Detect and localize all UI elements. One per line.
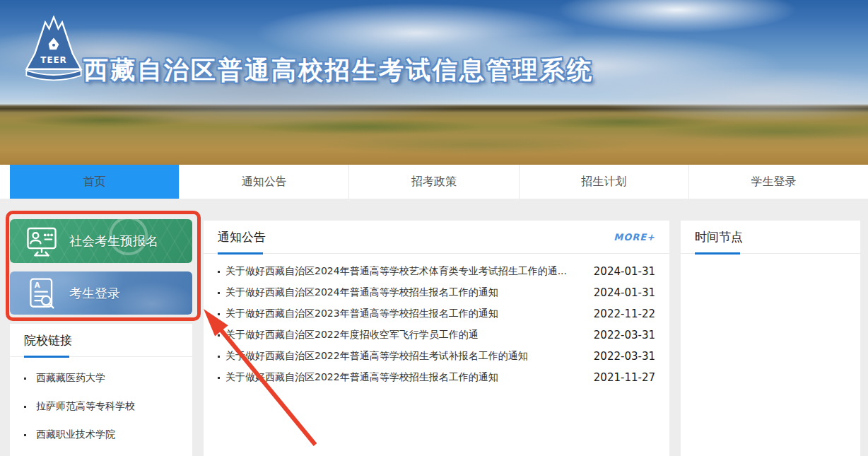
notice-item: 关于做好西藏自治区2023年普通高等学校招生报名工作的通知 2022-11-22 bbox=[215, 303, 655, 325]
header-banner: TEER 西藏自治区普通高校招生考试信息管理系统 bbox=[0, 0, 868, 165]
college-links-list: 西藏藏医药大学 拉萨师范高等专科学校 西藏职业技术学院 西藏大学 bbox=[10, 357, 192, 456]
tab-enrollment-plan[interactable]: 招生计划 bbox=[519, 165, 688, 199]
notice-item: 关于做好西藏自治区2022年普通高等学校招生考试补报名工作的通知 2022-03… bbox=[215, 346, 655, 367]
main-nav: 首页 通知公告 招考政策 招生计划 学生登录 bbox=[0, 165, 868, 199]
notices-header: 通知公告 MORE+ bbox=[204, 221, 669, 254]
annotation-highlight-box bbox=[6, 211, 201, 321]
college-links-panel: 院校链接 西藏藏医药大学 拉萨师范高等专科学校 西藏职业技术学院 西藏大学 bbox=[10, 324, 192, 456]
tab-admission-policy[interactable]: 招考政策 bbox=[348, 165, 518, 199]
notice-item: 关于做好西藏自治区2022年度招收空军飞行学员工作的通 2022-03-31 bbox=[215, 325, 655, 346]
notice-link[interactable]: 关于做好西藏自治区2022年普通高等学校招生报名工作的通知 bbox=[225, 371, 498, 384]
notice-item: 关于做好西藏自治区2022年普通高等学校招生报名工作的通知 2021-11-27 bbox=[215, 367, 655, 388]
notices-list: 关于做好西藏自治区2024年普通高等学校艺术体育类专业考试招生工作的通... 2… bbox=[204, 254, 669, 388]
timeline-panel: 时间节点 bbox=[681, 221, 860, 456]
college-link-label: 拉萨师范高等专科学校 bbox=[36, 400, 135, 413]
college-links-title: 院校链接 bbox=[24, 332, 72, 349]
title-underline bbox=[24, 356, 69, 358]
bullet-dot bbox=[218, 334, 220, 337]
notice-link[interactable]: 关于做好西藏自治区2022年度招收空军飞行学员工作的通 bbox=[225, 329, 479, 341]
bullet-dot bbox=[24, 434, 26, 436]
college-link-item[interactable]: 西藏职业技术学院 bbox=[24, 421, 178, 449]
notice-item: 关于做好西藏自治区2024年普通高等学校艺术体育类专业考试招生工作的通... 2… bbox=[215, 261, 655, 282]
bullet-dot bbox=[218, 377, 220, 379]
notice-date: 2022-11-22 bbox=[584, 308, 655, 320]
bullet-dot bbox=[218, 271, 220, 273]
notice-date: 2024-01-31 bbox=[584, 265, 655, 278]
tab-student-login[interactable]: 学生登录 bbox=[688, 165, 858, 199]
tab-notices[interactable]: 通知公告 bbox=[179, 165, 348, 199]
timeline-title: 时间节点 bbox=[695, 229, 743, 245]
timeline-header: 时间节点 bbox=[681, 221, 860, 254]
notice-link[interactable]: 关于做好西藏自治区2024年普通高等学校招生报名工作的通知 bbox=[225, 286, 498, 299]
notice-link[interactable]: 关于做好西藏自治区2022年普通高等学校招生考试补报名工作的通知 bbox=[225, 350, 528, 363]
notice-date: 2021-11-27 bbox=[584, 371, 655, 384]
bullet-dot bbox=[218, 292, 220, 294]
college-link-label: 西藏职业技术学院 bbox=[36, 428, 115, 441]
title-underline bbox=[218, 252, 263, 255]
notices-title: 通知公告 bbox=[218, 229, 266, 245]
college-link-item[interactable]: 西藏藏医药大学 bbox=[24, 364, 178, 392]
bullet-dot bbox=[218, 313, 220, 315]
notice-date: 2022-03-31 bbox=[584, 350, 655, 363]
more-link[interactable]: MORE+ bbox=[614, 232, 655, 242]
bullet-dot bbox=[24, 406, 26, 408]
college-link-item[interactable]: 拉萨师范高等专科学校 bbox=[24, 392, 178, 421]
notice-item: 关于做好西藏自治区2024年普通高等学校招生报名工作的通知 2024-01-31 bbox=[215, 282, 655, 303]
bullet-dot bbox=[218, 356, 220, 358]
notice-link[interactable]: 关于做好西藏自治区2024年普通高等学校艺术体育类专业考试招生工作的通... bbox=[225, 265, 567, 278]
page: TEER 西藏自治区普通高校招生考试信息管理系统 首页 通知公告 招考政策 招生… bbox=[0, 0, 868, 456]
notice-date: 2022-03-31 bbox=[584, 329, 655, 341]
notice-link[interactable]: 关于做好西藏自治区2023年普通高等学校招生报名工作的通知 bbox=[225, 308, 498, 320]
svg-text:TEER: TEER bbox=[40, 55, 66, 65]
tab-home[interactable]: 首页 bbox=[10, 165, 179, 199]
college-links-header: 院校链接 bbox=[10, 324, 192, 357]
bullet-dot bbox=[24, 378, 26, 380]
nav-tabs: 首页 通知公告 招考政策 招生计划 学生登录 bbox=[10, 165, 858, 199]
title-underline bbox=[695, 252, 740, 255]
notice-date: 2024-01-31 bbox=[584, 286, 655, 299]
site-title: 西藏自治区普通高校招生考试信息管理系统 bbox=[83, 54, 594, 87]
notices-panel: 通知公告 MORE+ 关于做好西藏自治区2024年普通高等学校艺术体育类专业考试… bbox=[204, 221, 669, 456]
teer-logo-icon: TEER bbox=[21, 16, 86, 86]
college-link-label: 西藏藏医药大学 bbox=[36, 372, 105, 385]
college-link-item[interactable]: 西藏大学 bbox=[24, 449, 178, 456]
